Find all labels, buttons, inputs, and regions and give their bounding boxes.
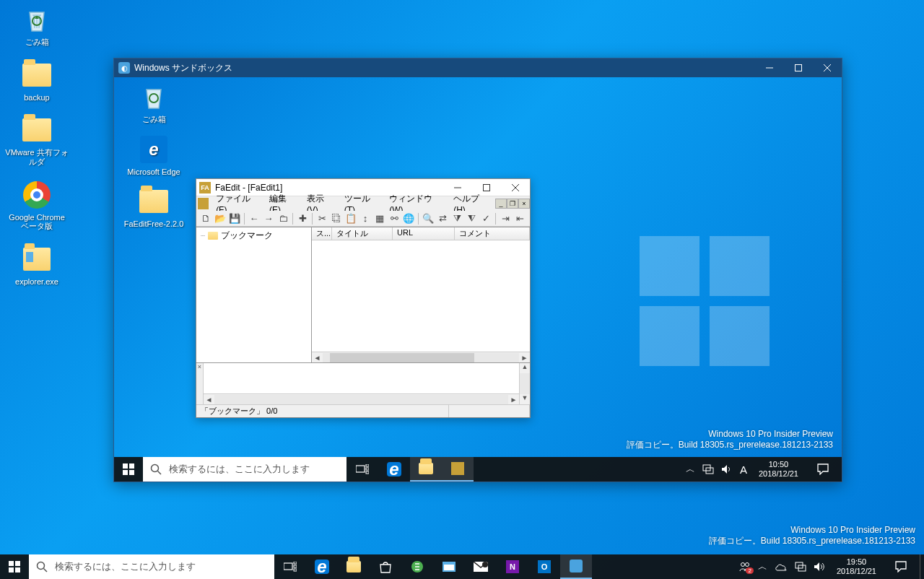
desktop-icon-chrome-beta[interactable]: Google Chrome ベータ版	[4, 180, 69, 231]
toolbar-props-icon[interactable]: ▦	[373, 212, 386, 225]
close-pane-button[interactable]: ×	[196, 363, 204, 404]
taskbar-app-explorer[interactable]	[410, 457, 442, 482]
start-button[interactable]	[0, 554, 29, 579]
tray-chevron-up-icon[interactable]: ︿	[758, 560, 767, 573]
sandbox-icon: ◐	[118, 62, 130, 74]
detail-textarea[interactable]	[204, 363, 519, 393]
minimize-button[interactable]	[755, 58, 784, 77]
start-button[interactable]	[114, 457, 143, 482]
toolbar-forward-icon[interactable]: →	[262, 212, 275, 225]
toolbar-check-icon[interactable]: ✓	[479, 212, 492, 225]
desktop-icon-explorer-exe[interactable]: explorer.exe	[4, 244, 69, 287]
mdi-restore-button[interactable]: ❐	[507, 199, 518, 209]
column-comment[interactable]: コメント	[455, 227, 530, 240]
taskbar-app-faedit[interactable]	[442, 457, 474, 482]
scroll-left-button[interactable]: ◄	[312, 354, 323, 362]
tree-root-item[interactable]: ┈ ブックマーク	[198, 229, 310, 243]
column-status[interactable]: ス...	[312, 227, 332, 240]
ime-indicator[interactable]: A	[740, 463, 747, 476]
taskbar-clock[interactable]: 10:50 2018/12/21	[754, 460, 803, 478]
taskbar-app-edge[interactable]	[378, 457, 410, 482]
folder-icon	[419, 463, 433, 474]
scroll-track[interactable]	[323, 353, 519, 362]
task-view-button[interactable]	[346, 457, 378, 482]
tray-chevron-up-icon[interactable]: ︿	[686, 463, 695, 476]
action-center-button[interactable]	[888, 561, 914, 573]
mdi-minimize-button[interactable]: _	[495, 199, 507, 209]
close-button[interactable]	[501, 180, 530, 196]
maximize-button[interactable]	[784, 58, 813, 77]
action-center-button[interactable]	[810, 463, 836, 475]
close-button[interactable]	[813, 58, 842, 77]
onedrive-icon[interactable]	[775, 562, 788, 571]
faedit-icon: FA	[199, 182, 211, 193]
toolbar-search-icon[interactable]: 🔍	[422, 212, 435, 225]
clock-date: 2018/12/21	[759, 469, 798, 479]
scroll-down-button[interactable]: ▼	[520, 394, 530, 404]
toolbar-export-icon[interactable]: ⇥	[499, 212, 512, 225]
toolbar-back-icon[interactable]: ←	[248, 212, 261, 225]
scroll-track[interactable]	[214, 395, 508, 404]
volume-icon[interactable]	[721, 464, 733, 474]
column-title[interactable]: タイトル	[332, 227, 393, 240]
column-url[interactable]: URL	[393, 227, 455, 240]
scroll-left-button[interactable]: ◄	[204, 396, 214, 404]
network-icon[interactable]	[795, 562, 806, 572]
taskbar-search[interactable]: 検索するには、ここに入力します	[29, 554, 274, 579]
desktop-icon-recycle-bin[interactable]: ごみ箱	[121, 82, 186, 124]
taskbar-app-store[interactable]	[370, 554, 401, 579]
host-taskbar: 検索するには、ここに入力します N O 2 ︿ 19:50 2018/12/21	[0, 554, 924, 579]
taskbar-app-onenote[interactable]: N	[497, 554, 528, 579]
mdi-close-button[interactable]: ×	[518, 199, 530, 209]
toolbar-copy-icon[interactable]: ⿻	[330, 212, 343, 225]
taskbar-app-sandbox[interactable]	[560, 554, 592, 579]
taskbar-search[interactable]: 検索するには、ここに入力します	[143, 457, 346, 482]
svg-rect-32	[129, 470, 134, 475]
taskbar-app-green[interactable]	[401, 554, 433, 579]
toolbar-sort-icon[interactable]: ⧨	[465, 212, 478, 225]
bookmark-tree[interactable]: ┈ ブックマーク	[196, 227, 312, 362]
toolbar-replace-icon[interactable]: ⇄	[436, 212, 449, 225]
windows-logo-icon	[640, 236, 770, 366]
taskbar-app-explorer[interactable]	[338, 554, 370, 579]
toolbar-import-icon[interactable]: ⇤	[513, 212, 526, 225]
toolbar-folder-icon[interactable]: 🗀	[276, 212, 289, 225]
taskbar-clock[interactable]: 19:50 2018/12/21	[832, 557, 881, 575]
network-icon[interactable]	[702, 464, 714, 474]
toolbar-browse-icon[interactable]: 🌐	[402, 212, 415, 225]
scroll-right-button[interactable]: ►	[508, 396, 519, 404]
toolbar-filter-icon[interactable]: ⧩	[450, 212, 463, 225]
people-icon[interactable]: 2	[739, 561, 751, 573]
sandbox-titlebar[interactable]: ◐ Windows サンドボックス	[114, 58, 842, 77]
taskbar-app-outlook[interactable]: O	[528, 554, 560, 579]
toolbar-open-icon[interactable]: 📂	[214, 212, 227, 225]
scroll-thumb[interactable]	[330, 353, 474, 362]
scroll-up-button[interactable]: ▲	[520, 363, 530, 373]
toolbar-add-icon[interactable]: ✚	[296, 212, 309, 225]
scroll-right-button[interactable]: ►	[519, 354, 530, 362]
scroll-track[interactable]	[520, 373, 530, 394]
list-body[interactable]	[312, 240, 530, 352]
taskbar-app-edge[interactable]	[306, 554, 338, 579]
task-view-button[interactable]	[274, 554, 306, 579]
taskbar-app-window[interactable]	[433, 554, 465, 579]
show-desktop-button[interactable]	[920, 554, 924, 579]
toolbar-save-icon[interactable]: 💾	[228, 212, 241, 225]
desktop-icon-edge[interactable]: Microsoft Edge	[121, 134, 186, 177]
list-hscrollbar: ◄ ►	[312, 352, 530, 362]
svg-line-34	[158, 471, 162, 475]
taskbar-app-mail[interactable]	[465, 554, 497, 579]
toolbar-cut-icon[interactable]: ✂	[315, 212, 328, 225]
host-desktop: ごみ箱 backup VMware 共有フォルダ Google Chrome ベ…	[0, 0, 924, 579]
desktop-icon-recycle-bin[interactable]: ごみ箱	[4, 4, 69, 47]
faedit-doc-icon[interactable]	[198, 198, 209, 209]
toolbar-move-icon[interactable]: ↕	[359, 212, 372, 225]
desktop-icon-backup[interactable]: backup	[4, 60, 69, 103]
toolbar-link-icon[interactable]: ⚯	[388, 212, 401, 225]
volume-icon[interactable]	[814, 562, 825, 572]
sandbox-desktop[interactable]: ごみ箱 Microsoft Edge FaEditFree-2.2.0 Wind…	[114, 77, 842, 482]
toolbar-new-icon[interactable]: 🗋	[199, 212, 212, 225]
desktop-icon-faeditfree[interactable]: FaEditFree-2.2.0	[121, 186, 186, 229]
toolbar-paste-icon[interactable]: 📋	[344, 212, 357, 225]
desktop-icon-vmware-shared[interactable]: VMware 共有フォルダ	[4, 115, 69, 166]
